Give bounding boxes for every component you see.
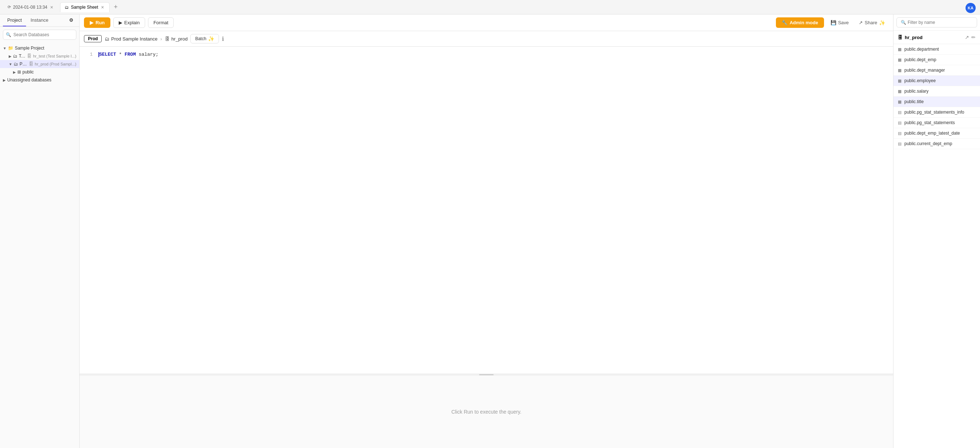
tab-samplesheet[interactable]: 🗂 Sample Sheet × [60,2,110,12]
save-button[interactable]: 💾 Save [827,18,853,27]
table-icon: ▦ [898,68,902,73]
schema-icon: ⊞ [18,70,21,75]
ident-salary: salary; [138,52,159,57]
share-label: Share [865,20,877,25]
right-panel-search: 🔍 [894,14,980,31]
db-header-icon: 🗄 [898,35,902,40]
schema-item-name: public.dept_emp [904,57,936,62]
schema-item[interactable]: ▦public.salary [894,86,980,97]
tab-samplesheet-close[interactable]: × [100,5,105,10]
add-tab-button[interactable]: + [111,2,121,12]
schema-list: ▦public.department▦public.dept_emp▦publi… [894,44,980,448]
instance-name: Prod Sample Instance [111,36,158,41]
db-icon: 🗄 [165,36,170,41]
tree-item-test[interactable]: ▶ 🗂 Test 🗄 hr_test (Test Sample I...) [0,52,79,60]
schema-item[interactable]: ▦public.title [894,97,980,107]
tab-datetime[interactable]: ⟳ 2024-01-08 13:34 × [3,2,59,12]
explain-play-icon: ▶ [119,20,123,25]
share-button[interactable]: ↗ Share ✨ [855,18,889,28]
view-icon: ▤ [898,141,902,146]
sym-star: * [119,52,122,57]
schema-item-name: public.pg_stat_statements_info [904,110,964,115]
tree-item-unassigned[interactable]: ▶ Unassigned databases [0,76,79,84]
table-icon: ▦ [898,47,902,52]
right-panel-header: 🗄 hr_prod ↗ ✏ [894,31,980,44]
sidebar-tab-instance[interactable]: Instance [26,14,52,26]
header-actions: ↗ ✏ [965,34,976,40]
tree-item-public[interactable]: ▶ ⊞ public [0,68,79,76]
sidebar-tab-project[interactable]: Project [3,14,26,26]
db-header-name: hr_prod [905,35,923,40]
env-badge[interactable]: Prod [84,35,102,42]
tree-item-sample-project[interactable]: ▼ 📁 Sample Project [0,44,79,52]
sidebar-nav: Project Instance ⚙ [0,14,79,27]
run-label: Run [95,20,105,25]
kw-select: SELECT [99,52,116,57]
breadcrumb-separator: › [160,36,162,41]
chevron-down-icon: ▼ [9,62,12,66]
edit-button[interactable]: ✏ [971,34,976,40]
schema-item-name: public.current_dept_emp [904,141,952,146]
external-link-button[interactable]: ↗ [965,34,969,40]
schema-item[interactable]: ▦public.department [894,44,980,55]
code-editor[interactable]: 1 SELECT * FROM salary; [80,47,893,373]
tree-label-test: Test [19,54,26,59]
schema-item-name: public.dept_manager [904,68,945,73]
right-panel: 🔍 🗄 hr_prod ↗ ✏ ▦public.department▦publi… [893,14,980,448]
schema-item-name: public.salary [904,89,929,94]
settings-icon[interactable]: ⚙ [66,14,76,26]
schema-item-name: public.dept_emp_latest_date [904,131,960,136]
format-button[interactable]: Format [148,17,174,28]
tree-item-prod[interactable]: ▼ 🗂 Prod 🗄 hr_prod (Prod Sampl...) [0,60,79,68]
schema-item-name: public.pg_stat_statements [904,120,955,125]
schema-item[interactable]: ▤public.current_dept_emp [894,138,980,149]
schema-item[interactable]: ▤public.pg_stat_statements [894,118,980,128]
batch-button[interactable]: Batch ✨ [190,34,219,43]
env-icon-test: 🗂 [13,54,18,59]
admin-icon: 🔧 [782,20,788,25]
schema-item-name: public.title [904,99,924,104]
datetime-tab-icon: ⟳ [8,5,11,10]
filter-input[interactable] [896,17,977,27]
view-icon: ▤ [898,121,902,125]
kw-from: FROM [124,52,136,57]
admin-mode-button[interactable]: 🔧 Admin mode [776,17,824,28]
chevron-down-icon: ▼ [3,46,6,50]
schema-item-name: public.department [904,47,939,52]
schema-item[interactable]: ▦public.employee [894,76,980,86]
tab-datetime-label: 2024-01-08 13:34 [13,5,48,10]
filter-search-icon: 🔍 [901,20,906,25]
tab-datetime-close[interactable]: × [49,5,54,10]
run-button[interactable]: ▶ Run [84,17,110,28]
sidebar-search: 🔍 [3,30,76,40]
editor-area: ▶ Run ▶ Explain Format 🔧 Admin mode 💾 Sa… [80,14,893,448]
schema-item[interactable]: ▤public.dept_emp_latest_date [894,128,980,138]
admin-label: Admin mode [790,20,818,25]
search-icon: 🔍 [6,32,11,37]
batch-sparkle-icon: ✨ [208,36,214,41]
breadcrumb: Prod 🗂 Prod Sample Instance › 🗄 hr_prod … [80,31,893,47]
tab-bar: ⟳ 2024-01-08 13:34 × 🗂 Sample Sheet × + [0,0,980,14]
chevron-right-icon: ▶ [3,78,6,82]
search-databases-input[interactable] [3,30,76,40]
tab-samplesheet-label: Sample Sheet [71,5,98,10]
schema-item[interactable]: ▦public.dept_emp [894,55,980,65]
format-label: Format [153,20,168,25]
database-tree: ▼ 📁 Sample Project ▶ 🗂 Test 🗄 hr_test (T… [0,43,79,448]
schema-item[interactable]: ▦public.dept_manager [894,65,980,76]
schema-item[interactable]: ▤public.pg_stat_statements_info [894,107,980,118]
result-area: Click Run to execute the query. [80,376,893,448]
info-button[interactable]: ℹ [222,35,224,42]
code-content-1: SELECT * FROM salary; [99,51,887,59]
tree-label-public: public [22,70,76,75]
save-icon: 💾 [830,20,836,25]
explain-label: Explain [124,20,140,25]
share-icon: ↗ [859,20,863,25]
empty-result-message: Click Run to execute the query. [451,409,522,415]
env-icon-prod: 🗂 [14,62,18,67]
tree-sublabel-test: hr_test (Test Sample I...) [33,54,76,58]
table-icon: ▦ [898,57,902,62]
explain-button[interactable]: ▶ Explain [113,17,145,28]
db-name: hr_prod [172,36,188,41]
table-icon: ▦ [898,100,902,104]
